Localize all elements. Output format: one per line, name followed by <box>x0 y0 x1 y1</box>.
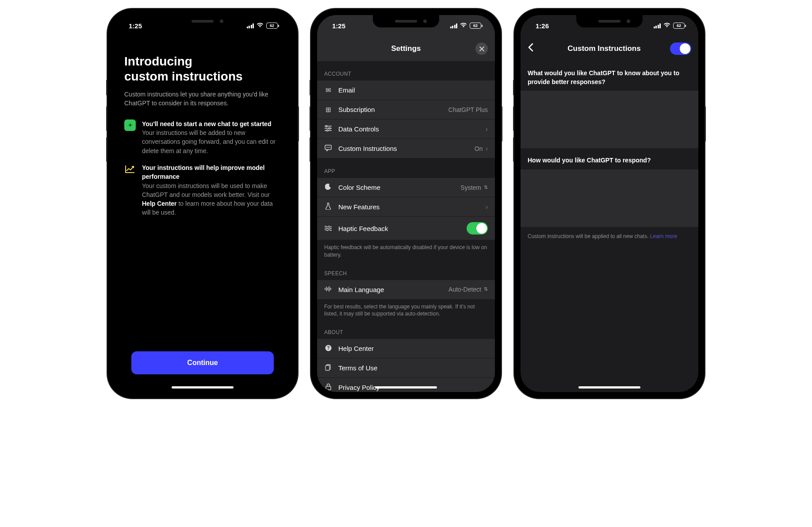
intro-subtitle: Custom instructions let you share anythi… <box>124 90 281 108</box>
plus-square-icon: ⊞ <box>324 106 332 114</box>
doc-stack-icon <box>324 364 332 372</box>
status-time: 1:26 <box>536 22 549 30</box>
row-main-language[interactable]: Main Language Auto-Detect ⇅ <box>317 280 495 300</box>
home-indicator[interactable] <box>375 386 437 389</box>
chevron-right-icon: › <box>486 125 488 133</box>
row-subscription[interactable]: ⊞ Subscription ChatGPT Plus <box>317 100 495 119</box>
row-color-scheme[interactable]: Color Scheme System ⇅ <box>317 178 495 197</box>
help-center-link[interactable]: Help Center <box>142 200 177 207</box>
ci-input-1[interactable] <box>521 91 698 148</box>
ci-enable-toggle[interactable] <box>670 42 691 55</box>
row-new-features[interactable]: New Features › <box>317 197 495 217</box>
section-account: ACCOUNT <box>317 61 495 81</box>
row-haptic: Haptic Feedback <box>317 217 495 240</box>
waveform-icon <box>324 286 332 293</box>
plus-icon: ＋ <box>124 119 136 131</box>
settings-header: Settings <box>317 36 495 61</box>
sliders-icon <box>324 125 332 133</box>
row-terms[interactable]: Terms of Use <box>317 358 495 378</box>
intro-title: Introducing custom instructions <box>124 54 281 84</box>
ci-prompt-2: How would you like ChatGPT to respond? <box>521 148 698 169</box>
phone-intro: 1:25 62 Introducing custom instructions … <box>107 9 298 398</box>
cellular-icon <box>247 23 254 28</box>
envelope-icon: ✉ <box>324 86 332 94</box>
svg-point-4 <box>326 147 327 148</box>
moon-icon <box>324 184 332 191</box>
cellular-icon <box>654 23 661 28</box>
svg-point-5 <box>328 147 329 148</box>
back-button[interactable] <box>528 43 538 54</box>
phone-custom-instructions: 1:26 62 Custom Instructions What would y… <box>514 9 705 398</box>
status-time: 1:25 <box>129 22 142 30</box>
speech-section-footer: For best results, select the language yo… <box>317 300 495 320</box>
battery-icon: 62 <box>266 23 279 29</box>
section-app: APP <box>317 158 495 178</box>
wifi-icon <box>460 22 467 29</box>
svg-rect-11 <box>326 386 331 390</box>
lock-icon <box>324 383 332 392</box>
svg-text:?: ? <box>327 346 329 350</box>
speech-bubble-icon <box>324 145 332 153</box>
app-section-footer: Haptic feedback will be automatically di… <box>317 240 495 261</box>
status-time: 1:25 <box>332 22 345 30</box>
chevron-right-icon: › <box>486 203 488 211</box>
home-indicator[interactable] <box>578 386 640 389</box>
intro-bullet-model: Your instructions will help improve mode… <box>124 163 281 217</box>
question-circle-icon: ? <box>324 345 332 353</box>
wifi-icon <box>663 22 670 29</box>
ci-input-2[interactable] <box>521 169 698 227</box>
svg-point-2 <box>326 130 328 131</box>
row-custom-instructions[interactable]: Custom Instructions On › <box>317 139 495 158</box>
close-button[interactable] <box>475 42 488 55</box>
row-privacy[interactable]: Privacy Policy <box>317 378 495 392</box>
phone-settings: 1:25 62 Settings ACCOUNT ✉ Email <box>311 9 501 398</box>
row-email[interactable]: ✉ Email <box>317 81 495 100</box>
row-data-controls[interactable]: Data Controls › <box>317 119 495 139</box>
notch <box>373 15 439 27</box>
chevron-right-icon: › <box>486 145 488 153</box>
updown-icon: ⇅ <box>484 186 488 189</box>
home-indicator[interactable] <box>172 386 234 389</box>
section-speech: SPEECH <box>317 261 495 280</box>
continue-button[interactable]: Continue <box>131 351 274 374</box>
waves-icon <box>324 225 332 232</box>
updown-icon: ⇅ <box>484 288 488 291</box>
trend-up-icon <box>124 163 136 175</box>
ci-prompt-1: What would you like ChatGPT to know abou… <box>521 61 698 91</box>
row-help-center[interactable]: ? Help Center <box>317 339 495 358</box>
cellular-icon <box>450 23 458 28</box>
flask-icon <box>324 203 332 211</box>
ci-header: Custom Instructions <box>521 36 698 61</box>
battery-icon: 62 <box>673 23 686 29</box>
ci-title: Custom Instructions <box>543 44 666 53</box>
battery-icon: 62 <box>470 23 483 29</box>
ci-note: Custom instructions will be applied to a… <box>521 227 698 246</box>
settings-title: Settings <box>391 44 421 53</box>
notch <box>576 15 643 27</box>
svg-point-1 <box>329 127 330 129</box>
learn-more-link[interactable]: Learn more <box>650 233 677 239</box>
notch <box>169 15 236 27</box>
wifi-icon <box>257 22 264 29</box>
haptic-toggle[interactable] <box>467 222 488 235</box>
svg-point-0 <box>326 125 327 127</box>
svg-point-6 <box>329 147 330 148</box>
svg-rect-10 <box>326 365 329 370</box>
intro-bullet-new-chat: ＋ You'll need to start a new chat to get… <box>124 119 281 155</box>
section-about: ABOUT <box>317 319 495 339</box>
